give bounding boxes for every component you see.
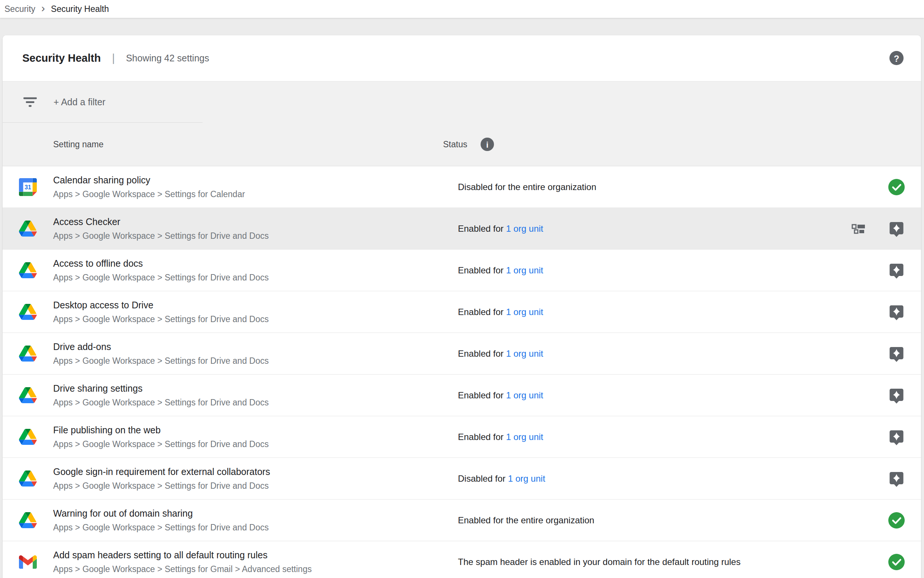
- status-text: Enabled for: [458, 390, 506, 400]
- setting-path: Apps > Google Workspace > Settings for D…: [53, 398, 443, 408]
- recommendation-icon[interactable]: [888, 387, 905, 404]
- settings-count: Showing 42 settings: [126, 53, 209, 63]
- status-ok-icon: [888, 512, 905, 529]
- status-text: Disabled for: [458, 474, 508, 484]
- breadcrumb-parent[interactable]: Security: [5, 4, 35, 14]
- setting-path: Apps > Google Workspace > Settings for D…: [53, 523, 443, 533]
- setting-path: Apps > Google Workspace > Settings for D…: [53, 314, 443, 324]
- status-info-button[interactable]: i: [481, 138, 494, 151]
- calendar-glyph: 31: [24, 184, 31, 190]
- table-body: 31: [3, 166, 921, 578]
- setting-path: Apps > Google Workspace > Settings for D…: [53, 356, 443, 366]
- drive-icon: [19, 387, 37, 403]
- security-health-card: Security Health | Showing 42 settings ? …: [3, 35, 921, 578]
- org-unit-link[interactable]: 1 org unit: [506, 390, 543, 400]
- table-row[interactable]: 31: [3, 166, 921, 208]
- breadcrumb: Security › Security Health: [0, 0, 924, 18]
- setting-name: Drive add-ons: [53, 341, 443, 352]
- table-row[interactable]: 31: [3, 458, 921, 500]
- setting-name: Access to offline docs: [53, 258, 443, 269]
- setting-path: Apps > Google Workspace > Settings for G…: [53, 564, 443, 574]
- status-text: The spam header is enabled in your domai…: [458, 557, 740, 567]
- help-glyph: ?: [894, 54, 900, 63]
- status-text: Enabled for: [458, 307, 506, 317]
- title-divider: |: [112, 52, 115, 64]
- table-row[interactable]: 31: [3, 416, 921, 458]
- setting-name: Calendar sharing policy: [53, 175, 443, 186]
- recommendation-icon[interactable]: [888, 429, 905, 445]
- org-unit-link[interactable]: 1 org unit: [506, 349, 543, 359]
- setting-path: Apps > Google Workspace > Settings for D…: [53, 481, 443, 491]
- setting-name: Add spam headers setting to all default …: [53, 550, 443, 560]
- recommendation-icon[interactable]: [888, 471, 905, 487]
- info-glyph: i: [486, 140, 489, 149]
- table-row[interactable]: 31: [3, 500, 921, 541]
- status-text: Enabled for: [458, 432, 506, 442]
- table-row[interactable]: 31: [3, 375, 921, 416]
- table-row[interactable]: 31: [3, 208, 921, 250]
- setting-name: Access Checker: [53, 216, 443, 227]
- setting-name: File publishing on the web: [53, 425, 443, 435]
- breadcrumb-current: Security Health: [51, 4, 109, 14]
- breadcrumb-separator-icon: ›: [41, 3, 45, 14]
- setting-name: Warning for out of domain sharing: [53, 508, 443, 519]
- help-button[interactable]: ?: [890, 51, 903, 65]
- card-header: Security Health | Showing 42 settings ?: [3, 35, 921, 81]
- drive-icon: [19, 346, 37, 362]
- org-unit-link[interactable]: 1 org unit: [506, 307, 543, 317]
- setting-path: Apps > Google Workspace > Settings for D…: [53, 439, 443, 449]
- filter-icon[interactable]: [23, 96, 37, 108]
- org-unit-link[interactable]: 1 org unit: [506, 432, 543, 442]
- column-status: Status: [443, 140, 467, 149]
- drive-icon: [19, 262, 37, 278]
- help-icon: ?: [890, 51, 903, 65]
- drive-icon: [19, 512, 37, 528]
- calendar-icon: 31: [19, 178, 37, 196]
- status-ok-icon: [888, 179, 905, 195]
- table-row[interactable]: 31: [3, 333, 921, 375]
- setting-path: Apps > Google Workspace > Settings for D…: [53, 273, 443, 283]
- filter-bar: + Add a filter: [3, 81, 921, 123]
- recommendation-icon[interactable]: [888, 304, 905, 320]
- status-text: Enabled for: [458, 349, 506, 359]
- table-row[interactable]: 31: [3, 291, 921, 333]
- info-icon: i: [481, 138, 494, 151]
- table-header: Setting name Status i: [3, 123, 921, 166]
- setting-name: Drive sharing settings: [53, 383, 443, 394]
- add-filter-button[interactable]: + Add a filter: [53, 97, 105, 107]
- org-units-icon: [850, 221, 867, 237]
- setting-name: Desktop access to Drive: [53, 300, 443, 310]
- drive-icon: [19, 304, 37, 320]
- gmail-icon: [19, 555, 37, 569]
- status-ok-icon: [888, 554, 905, 570]
- drive-icon: [19, 471, 37, 487]
- org-unit-link[interactable]: 1 org unit: [508, 474, 545, 484]
- org-unit-link[interactable]: 1 org unit: [506, 265, 543, 275]
- status-text: Enabled for: [458, 224, 506, 234]
- page-title: Security Health: [22, 52, 101, 64]
- setting-name: Google sign-in requirement for external …: [53, 466, 443, 477]
- drive-icon: [19, 221, 37, 237]
- table-row[interactable]: 31: [3, 250, 921, 291]
- recommendation-icon[interactable]: [888, 221, 905, 237]
- recommendation-icon[interactable]: [888, 346, 905, 362]
- org-unit-link[interactable]: 1 org unit: [506, 224, 543, 234]
- status-text: Disabled for the entire organization: [458, 182, 596, 192]
- recommendation-icon[interactable]: [888, 262, 905, 279]
- table-row[interactable]: 31: [3, 541, 921, 578]
- drive-icon: [19, 429, 37, 445]
- status-text: Enabled for: [458, 265, 506, 275]
- status-text: Enabled for the entire organization: [458, 515, 594, 525]
- setting-path: Apps > Google Workspace > Settings for D…: [53, 231, 443, 241]
- column-setting-name: Setting name: [53, 140, 443, 149]
- setting-path: Apps > Google Workspace > Settings for C…: [53, 189, 443, 200]
